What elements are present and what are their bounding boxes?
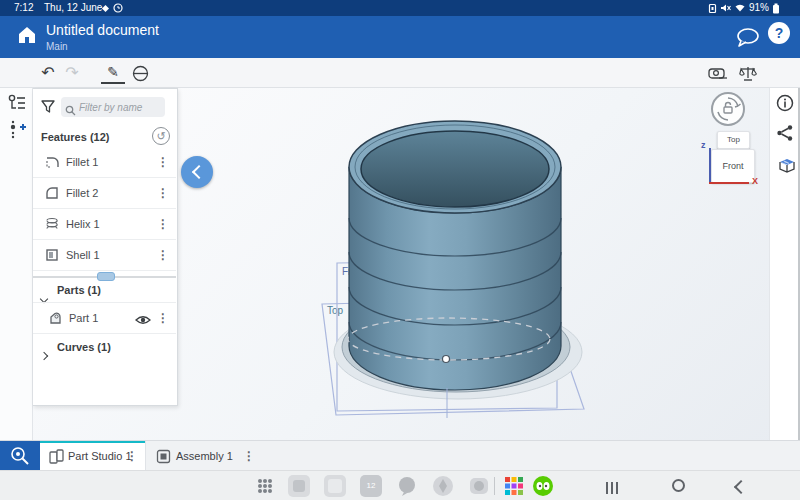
taskbar-divider <box>494 477 495 495</box>
battery-saver-icon <box>708 3 717 13</box>
rollback-handle[interactable] <box>97 272 115 281</box>
info-icon[interactable] <box>776 94 794 116</box>
tab-label: Assembly 1 <box>176 450 233 462</box>
notification-diamond-icon <box>101 4 110 13</box>
camera-app-icon[interactable] <box>468 475 490 497</box>
feature-label: Fillet 1 <box>66 156 98 168</box>
part-icon <box>48 311 63 326</box>
fillet-icon <box>45 186 59 200</box>
filter-funnel-icon[interactable] <box>41 99 56 118</box>
feature-label: Shell 1 <box>66 249 100 261</box>
left-rail <box>0 88 33 440</box>
feature-row-fillet2[interactable]: Fillet 2 ⋮ <box>33 178 176 209</box>
viewcube-top-face[interactable]: Top <box>717 131 750 149</box>
part-label: Part 1 <box>69 312 98 324</box>
part-cylinder <box>349 121 561 390</box>
part-row[interactable]: Part 1 ⋮ <box>33 302 176 334</box>
z-axis-label: z <box>701 140 706 150</box>
feature-label: Helix 1 <box>66 218 100 230</box>
document-title: Untitled document <box>46 22 159 38</box>
document-tab-bar: Part Studio 1 ⋮ Assembly 1 ⋮ <box>0 440 800 470</box>
feature-list-icon[interactable] <box>7 93 27 117</box>
x-axis-label: X <box>752 176 758 186</box>
redo-button[interactable]: ↷ <box>60 61 84 85</box>
right-tool-strip <box>769 88 800 440</box>
view-rotate-lock-button[interactable] <box>711 92 745 126</box>
recent-app-icon[interactable] <box>324 475 346 497</box>
recent-app-icon[interactable] <box>288 475 310 497</box>
calendar-app-icon[interactable]: 12 <box>360 475 382 497</box>
rollback-end-icon[interactable]: ↺ <box>152 127 170 145</box>
top-plane-label: Top <box>327 305 344 316</box>
visibility-eye-icon[interactable] <box>135 312 151 330</box>
app-header: Untitled document Main ? <box>0 16 800 58</box>
kebab-menu-icon[interactable]: ⋮ <box>157 248 169 262</box>
wifi-icon <box>734 3 746 13</box>
chevron-left-icon <box>192 165 206 179</box>
part-studio-icon <box>49 449 64 464</box>
back-nav-button[interactable] <box>734 480 748 494</box>
undo-button[interactable]: ↶ <box>36 61 60 85</box>
help-button[interactable]: ? <box>768 22 790 44</box>
curves-section-header[interactable]: Curves (1) <box>57 341 111 353</box>
battery-icon <box>772 3 780 14</box>
shell-icon <box>45 248 59 262</box>
feature-row-helix1[interactable]: Helix 1 ⋮ <box>33 209 176 240</box>
features-section-header: Features (12) <box>41 131 109 143</box>
assembly-icon <box>156 449 171 464</box>
duolingo-app-icon[interactable] <box>532 475 554 500</box>
home-button[interactable] <box>16 24 38 50</box>
origin-point <box>443 356 450 363</box>
share-icon[interactable] <box>776 124 794 146</box>
mass-properties-button[interactable] <box>736 65 760 89</box>
notification-clock-icon <box>113 3 123 13</box>
toolbar: ↶ ↷ ✎ <box>0 58 800 88</box>
app-drawer-icon[interactable] <box>258 479 272 493</box>
recent-app-icon[interactable] <box>432 475 454 497</box>
tab-label: Part Studio 1 <box>68 450 132 462</box>
search-icon <box>65 102 76 120</box>
kebab-menu-icon[interactable]: ⋮ <box>157 217 169 231</box>
clock-text: 7:12 <box>14 2 33 13</box>
comments-icon[interactable] <box>736 28 762 52</box>
rollback-bar[interactable] <box>33 272 176 281</box>
kebab-menu-icon[interactable]: ⋮ <box>157 186 169 200</box>
feature-label: Fillet 2 <box>66 187 98 199</box>
battery-percent-text: 91% <box>749 2 769 13</box>
tab-part-studio[interactable]: Part Studio 1 ⋮ <box>40 441 146 471</box>
android-taskbar: 12 <box>0 470 800 500</box>
viewcube-front-face[interactable]: Front <box>711 149 755 183</box>
tab-manager-button[interactable] <box>0 441 40 471</box>
sketch-button[interactable]: ✎ <box>101 62 125 84</box>
parts-section-header[interactable]: Parts (1) <box>57 284 101 296</box>
feature-row-fillet1[interactable]: Fillet 1 ⋮ <box>33 147 176 178</box>
android-status-bar: 7:12 Thu, 12 June 91% <box>0 0 800 16</box>
add-feature-icon[interactable] <box>7 118 27 144</box>
mute-icon <box>720 3 731 13</box>
helix-icon <box>45 217 59 231</box>
date-text: Thu, 12 June <box>44 2 102 13</box>
render-view-cube-icon[interactable] <box>775 154 796 179</box>
feature-tree-panel: Features (12) ↺ Fillet 1 ⋮ Fillet 2 ⋮ He… <box>33 88 178 406</box>
x-axis-line <box>709 182 749 184</box>
collapse-panel-button[interactable] <box>181 156 213 188</box>
main-area: Top Fro <box>0 88 800 440</box>
workspace-name: Main <box>46 41 68 52</box>
kebab-menu-icon[interactable]: ⋮ <box>243 449 255 463</box>
filter-input[interactable] <box>61 97 165 117</box>
z-axis-line <box>709 148 711 183</box>
kebab-menu-icon[interactable]: ⋮ <box>157 155 169 169</box>
recents-nav-button[interactable] <box>606 480 621 498</box>
fillet-icon <box>45 155 59 169</box>
home-nav-button[interactable] <box>672 479 685 492</box>
kebab-menu-icon[interactable]: ⋮ <box>157 311 169 325</box>
kebab-menu-icon[interactable]: ⋮ <box>126 449 138 463</box>
curves-expand-chevron[interactable] <box>41 345 47 363</box>
feature-row-shell1[interactable]: Shell 1 ⋮ <box>33 240 176 271</box>
tablet-screen: 7:12 Thu, 12 June 91% Untitled document … <box>0 0 800 500</box>
tab-assembly[interactable]: Assembly 1 ⋮ <box>146 441 262 471</box>
measure-button[interactable] <box>706 65 730 89</box>
colorful-grid-app-icon[interactable] <box>504 476 524 496</box>
revolve-sphere-button[interactable] <box>128 65 152 89</box>
chat-app-icon[interactable] <box>396 475 418 497</box>
